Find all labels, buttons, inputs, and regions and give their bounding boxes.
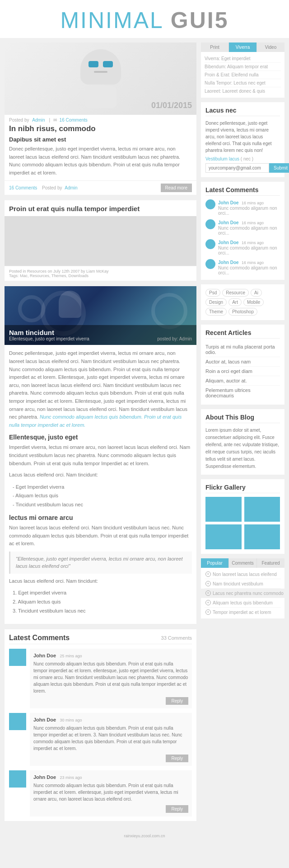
tag-design[interactable]: Design: [205, 298, 227, 306]
flickr-title: Flickr Gallery: [205, 484, 280, 493]
flickr-thumb-2[interactable]: [244, 497, 280, 522]
popular-item-2: + Nam tincidunt vestibulum: [205, 579, 281, 589]
tab-print[interactable]: Print: [201, 42, 229, 52]
comment-item-1: John Doe 25 mins ago Nunc commodo aliqua…: [9, 649, 192, 708]
comment2-time: 30 mins ago: [60, 718, 82, 722]
sidebar-comment-2: John Doe 16 mins ago Nunc commodo aligar…: [205, 219, 280, 236]
post1-dapibus: Dapibus sit amet est: [5, 136, 196, 145]
watermark: rainxieyu.zcool.com.cn: [0, 831, 289, 841]
lacus-title: Lacus nec: [205, 107, 280, 116]
sidebar-comment-1: John Doe 16 mins ago Nunc commodo aligar…: [205, 199, 280, 216]
featured-title: Nam tincidunt: [9, 329, 89, 336]
post-p3: Non laoreet lacus lacus eleifend orci. N…: [9, 524, 192, 548]
comments-count: 33 Comments: [161, 635, 192, 641]
sidebar-comments-title: Latest Comments: [205, 186, 280, 196]
sc-avatar-4: [205, 259, 215, 269]
about-blog-title: About This Blog: [205, 414, 280, 423]
sc-text-2: Nunc commodo aligarum non orci...: [218, 226, 280, 236]
featured-post-card: Nam tincidunt Ellentesque, justo eget im…: [5, 286, 196, 623]
email-input[interactable]: [205, 163, 269, 173]
tag-theme[interactable]: Theme: [205, 308, 227, 316]
post-list-label: Lacus lacus eleifend orci. Nam tincidunt…: [9, 471, 192, 479]
featured-tab-btn[interactable]: Featured: [257, 558, 284, 568]
tag-mobile[interactable]: Mobile: [243, 298, 264, 306]
comment1-author: John Doe: [33, 653, 56, 658]
italic-link[interactable]: Nunc commodo aliquam lectus quis bibendu…: [9, 414, 182, 428]
post-p4: Lacus lacus eleifend orci. Nam tincidunt…: [9, 577, 192, 585]
flickr-widget: Flickr Gallery: [201, 479, 284, 554]
submit-button[interactable]: Submit: [269, 163, 289, 173]
flickr-thumb-4[interactable]: [244, 524, 280, 549]
comment2-text: Nunc commodo aliquam lectus quis bibendu…: [33, 725, 188, 752]
recent-article-3[interactable]: Roin a orci eget diam: [205, 367, 280, 376]
comments-section-title: Latest Comments: [9, 634, 70, 642]
post-h3-2: lectus mi ornare arcu: [9, 514, 192, 521]
popular-item-1: + Non laoreet lacus lacus eleifend: [205, 570, 281, 579]
sc-author-2: John Doe: [218, 220, 239, 225]
recent-article-4[interactable]: Aliquam, auctor at.: [205, 376, 280, 386]
post1-author[interactable]: Admin: [32, 118, 45, 123]
tab-video[interactable]: Video: [257, 42, 284, 52]
featured-overlay: Nam tincidunt Ellentesque, justo eget im…: [5, 325, 196, 345]
tag-ai[interactable]: Ai: [251, 289, 262, 297]
comment3-author: John Doe: [33, 774, 56, 780]
lacus-link[interactable]: Vestibulum lacus: [205, 156, 239, 161]
title-minimal: MINIMAL: [60, 8, 163, 33]
tab-list-item: Proin & Erat: Eleifend nulla: [205, 71, 281, 79]
tabs-widget: Print Viverra Video Viverra: Eget imperd…: [201, 42, 284, 98]
post-body: Donec pellentesque, justo eget imperdiet…: [5, 345, 196, 623]
post1-comments[interactable]: 16 Comments: [60, 118, 88, 123]
post1-footer-author[interactable]: Admin: [65, 185, 77, 190]
lacus-text: Donec pellentesque, justo eget imperd vi…: [205, 120, 280, 154]
recent-articles-widget: Recent Articles Turpis at mi nulla place…: [201, 325, 284, 405]
sc-time-1: 16 mins ago: [242, 201, 264, 205]
tab-nav: Print Viverra Video: [201, 42, 284, 52]
sc-time-4: 16 mins ago: [242, 260, 264, 265]
sc-author-1: John Doe: [218, 200, 239, 205]
reply-button-3[interactable]: Reply: [166, 805, 188, 813]
ordered-list-item: 2. Aliquam lectus quis: [13, 598, 192, 607]
reply-button-1[interactable]: Reply: [166, 697, 188, 705]
tab-viverra[interactable]: Viverra: [229, 42, 257, 52]
tag-art[interactable]: Art: [228, 298, 242, 306]
comment1-time: 25 mins ago: [60, 654, 82, 658]
post1-footer: 16 Comments Posted by Admin Read more: [5, 180, 196, 195]
sc-avatar-2: [205, 219, 215, 229]
tab-list-item: Laoreet: Laoreet donec & quis: [205, 87, 281, 95]
comment-avatar-3: [9, 770, 26, 788]
tag-psd[interactable]: Psd: [205, 289, 220, 297]
content-area: 01/01/2015 Posted by Admin | ✉ 16 Commen…: [5, 42, 196, 826]
tag-photoshop[interactable]: Photoshop: [228, 308, 257, 316]
recent-articles-title: Recent Articles: [205, 329, 280, 339]
popular-tab-btn[interactable]: Popular: [201, 558, 229, 568]
tag-resource[interactable]: Resource: [222, 289, 249, 297]
comment-item-3: John Doe 23 mins ago Nunc commodo aliqua…: [9, 770, 192, 816]
read-more-button[interactable]: Read more: [161, 184, 192, 192]
sc-text-1: Nunc commodo aligarum non orci...: [218, 206, 280, 216]
list-item: - Tincidunt vestibulum lacus nec: [13, 500, 192, 509]
post2-title: Proin ut erat quis nulla tempor imperdie…: [5, 200, 196, 216]
sc-avatar-3: [205, 239, 215, 249]
comment3-time: 23 mins ago: [60, 775, 82, 780]
recent-article-2[interactable]: Auctor at, lacus nam: [205, 357, 280, 367]
comments-tab-btn[interactable]: Comments: [229, 558, 257, 568]
ordered-list-item: 1. Eget imperdiet viverra: [13, 589, 192, 598]
flickr-thumb-1[interactable]: [205, 497, 242, 522]
list-item: - Aliquam lectus quis: [13, 491, 192, 500]
recent-article-5[interactable]: Pelementum ultrices donecmauris: [205, 386, 280, 400]
lacus-widget: Lacus nec Donec pellentesque, justo eget…: [201, 102, 284, 177]
recent-article-1[interactable]: Turpis at mi nulla placerat porta odio.: [205, 342, 280, 357]
featured-author: posted by: Admin: [157, 336, 192, 341]
post1-footer-comments[interactable]: 16 Comments: [9, 185, 37, 190]
tab-list-item: Viverra: Eget imperdiet: [205, 55, 281, 63]
post1-date-overlay: 01/01/2015: [151, 101, 192, 110]
site-title: MINIMAL GUI5: [5, 9, 284, 32]
comment-avatar-1: [9, 649, 26, 666]
sc-text-4: Nunc commodo aligarum non orci...: [218, 265, 280, 275]
comment-item-2: John Doe 30 mins ago Nunc commodo aliqua…: [9, 713, 192, 766]
flickr-thumb-3[interactable]: [205, 524, 242, 549]
post-card-2: Proin ut erat quis nulla tempor imperdie…: [5, 200, 196, 281]
sidebar-comment-4: John Doe 16 mins ago Nunc commodo aligar…: [205, 259, 280, 275]
reply-button-2[interactable]: Reply: [166, 755, 188, 762]
comment1-text: Nunc commodo aliquam lectus quis bibendu…: [33, 660, 188, 694]
